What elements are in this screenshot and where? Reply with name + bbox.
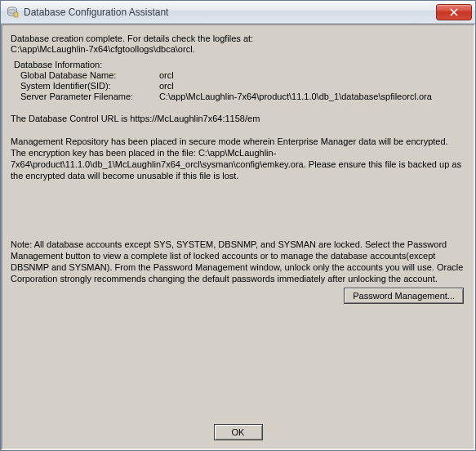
dialog-content: Database creation complete. For details … xyxy=(1,24,475,450)
app-icon xyxy=(6,6,19,19)
spfile-row: Server Parameter Filename: C:\app\McLaug… xyxy=(11,92,465,102)
global-db-name-row: Global Database Name: orcl xyxy=(11,70,465,81)
sid-value: orcl xyxy=(159,81,465,92)
dialog-window: Database Configuration Assistant Databas… xyxy=(0,0,476,451)
creation-complete-text: Database creation complete. For details … xyxy=(11,33,465,44)
global-db-name-value: orcl xyxy=(159,70,465,81)
titlebar: Database Configuration Assistant xyxy=(1,1,475,24)
mgmt-repo-paragraph: Management Repository has been placed in… xyxy=(11,136,465,181)
svg-rect-2 xyxy=(14,12,18,17)
sid-row: System Identifier(SID): orcl xyxy=(11,81,465,92)
close-button[interactable] xyxy=(436,4,472,20)
sid-label: System Identifier(SID): xyxy=(20,81,159,92)
global-db-name-label: Global Database Name: xyxy=(20,70,159,81)
spfile-label: Server Parameter Filename: xyxy=(20,92,159,102)
logfiles-path: C:\app\McLaughlin-7x64\cfgtoollogs\dbca\… xyxy=(11,44,465,55)
db-info-header: Database Information: xyxy=(11,60,465,70)
note-paragraph: Note: All database accounts except SYS, … xyxy=(11,239,465,284)
close-icon xyxy=(450,8,458,16)
control-url-text: The Database Control URL is https://McLa… xyxy=(11,114,465,124)
spfile-value: C:\app\McLaughlin-7x64\product\11.1.0\db… xyxy=(159,92,465,102)
ok-button[interactable]: OK xyxy=(214,424,263,440)
password-management-button[interactable]: Password Management... xyxy=(344,288,464,304)
window-title: Database Configuration Assistant xyxy=(24,7,436,18)
